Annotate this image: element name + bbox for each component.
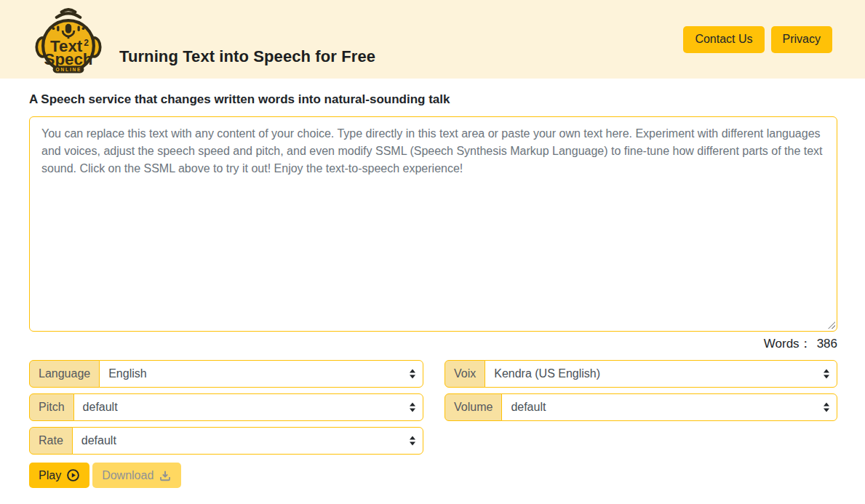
volume-select[interactable]: default (501, 393, 837, 421)
language-label: Language (29, 360, 100, 388)
play-button[interactable]: Play (29, 463, 89, 488)
contact-us-button[interactable]: Contact Us (683, 26, 764, 53)
pitch-group: Pitch default (29, 393, 423, 421)
rate-selected-value: default (81, 434, 116, 447)
rate-label: Rate (29, 427, 73, 455)
header-nav: Contact Us Privacy (683, 26, 832, 53)
up-down-arrows-icon (824, 369, 830, 379)
language-select[interactable]: English (99, 360, 423, 388)
word-counter-label: Words： (764, 337, 812, 351)
tts-text-input[interactable]: You can replace this text with any conte… (29, 116, 837, 332)
up-down-arrows-icon (410, 369, 416, 379)
volume-label: Volume (445, 393, 502, 421)
up-down-arrows-icon (410, 436, 416, 446)
up-down-arrows-icon (824, 403, 830, 412)
service-heading: A Speech service that changes written wo… (29, 92, 837, 107)
volume-selected-value: default (511, 401, 546, 414)
action-buttons: Play Download (29, 463, 837, 488)
logo-text-sup: 2 (84, 38, 89, 48)
textarea-container: You can replace this text with any conte… (29, 116, 837, 332)
download-tray-icon (159, 469, 172, 482)
voice-group: Voix Kendra (US English) (445, 360, 837, 388)
play-button-label: Play (39, 469, 61, 482)
header: Text 2 Spech ONLINE Turning Text into Sp… (0, 0, 865, 79)
up-down-arrows-icon (410, 403, 416, 412)
voice-label: Voix (445, 360, 485, 388)
page-title: Turning Text into Speech for Free (119, 47, 375, 66)
word-counter-value: 386 (817, 337, 837, 351)
signal-wave-icon (57, 13, 81, 17)
signal-wave-icon (62, 9, 76, 12)
voice-select[interactable]: Kendra (US English) (485, 360, 837, 388)
word-counter: Words：386 (29, 335, 837, 352)
download-button[interactable]: Download (92, 463, 181, 488)
voice-selected-value: Kendra (US English) (494, 367, 600, 380)
logo-text-line2: Spech (44, 50, 93, 68)
pitch-selected-value: default (83, 401, 118, 414)
volume-group: Volume default (445, 393, 837, 421)
main-content: A Speech service that changes written wo… (0, 92, 865, 488)
play-circle-icon (66, 468, 80, 482)
text2spech-logo: Text 2 Spech ONLINE (34, 7, 103, 74)
language-selected-value: English (108, 367, 146, 380)
privacy-button[interactable]: Privacy (771, 26, 832, 53)
rate-select[interactable]: default (72, 427, 423, 455)
pitch-select[interactable]: default (73, 393, 423, 421)
voice-controls: Language English Voix Kendra (US English… (29, 360, 837, 455)
download-button-label: Download (102, 469, 154, 482)
pitch-label: Pitch (29, 393, 74, 421)
language-group: Language English (29, 360, 423, 388)
rate-group: Rate default (29, 427, 423, 455)
logo-banner-text: ONLINE (56, 67, 82, 72)
